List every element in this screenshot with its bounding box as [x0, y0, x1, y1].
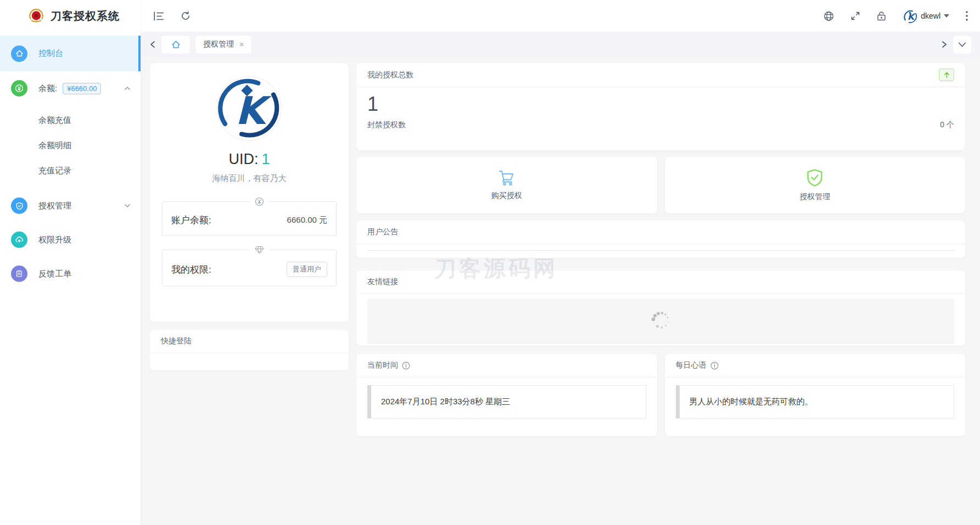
auth-manage-label: 授权管理 — [799, 192, 830, 202]
sidebar-item-balance-detail[interactable]: 余额明细 — [0, 133, 141, 158]
page-content: K UID:1 海纳百川，有容乃大 账户余额: 6660.00 元 — [141, 57, 980, 525]
sidebar-item-balance[interactable]: 余额: ¥6660.00 — [0, 71, 141, 105]
cloud-upload-icon — [11, 232, 27, 248]
submenu-label: 余额充值 — [38, 115, 71, 126]
announcement-card: 用户公告 — [356, 221, 965, 258]
links-title: 友情链接 — [367, 277, 398, 287]
stats-total-label: 我的授权总数 — [367, 70, 413, 80]
quote-card-title: 每日心语 — [676, 360, 707, 370]
current-time-value: 2024年7月10日 2时33分8秒 星期三 — [367, 385, 646, 419]
menu-fold-icon[interactable] — [154, 12, 164, 21]
fullscreen-icon[interactable] — [850, 11, 860, 21]
shield-check-icon — [806, 168, 824, 187]
stats-card: 我的授权总数 1 封禁授权数 0 个 — [356, 63, 965, 150]
app-emblem-icon — [29, 8, 44, 24]
tabs-scroll-left-icon[interactable] — [149, 41, 156, 48]
links-body — [356, 294, 965, 347]
sidebar-item-auth-manage[interactable]: 授权管理 — [0, 189, 141, 223]
refresh-icon[interactable] — [181, 11, 191, 21]
sidebar: 刀客授权系统 控制台 余额: ¥6660.00 余额充值 — [0, 0, 141, 525]
sidebar-item-label: 余额: — [38, 83, 57, 94]
stats-banned-value: 0 个 — [940, 120, 954, 130]
main-column: K dkewl — [141, 0, 980, 525]
chevron-up-icon — [124, 85, 131, 92]
right-column: 我的授权总数 1 封禁授权数 0 个 — [356, 63, 965, 525]
sidebar-item-label: 反馈工单 — [38, 269, 71, 279]
close-icon[interactable]: × — [239, 41, 244, 48]
action-cards: 购买授权 授权管理 — [356, 157, 965, 213]
permission-label: 我的权限: — [171, 263, 211, 276]
sidebar-item-dashboard[interactable]: 控制台 — [0, 36, 141, 71]
kebab-menu-icon[interactable] — [966, 11, 968, 21]
profile-motto: 海纳百川，有容乃大 — [150, 173, 349, 184]
avatar: K — [903, 9, 917, 24]
diamond-icon — [250, 246, 269, 254]
stats-total-value: 1 — [367, 92, 954, 117]
buy-auth-card[interactable]: 购买授权 — [356, 157, 657, 213]
info-icon[interactable] — [402, 362, 410, 370]
loading-area — [367, 298, 954, 344]
submenu-label: 充值记录 — [38, 166, 71, 176]
quote-card: 每日心语 男人从小的时候就是无药可救的。 — [665, 354, 966, 436]
yen-outline-icon — [250, 197, 269, 206]
bottom-cards: 当前时间 2024年7月10日 2时33分8秒 星期三 — [356, 354, 965, 436]
info-icon[interactable] — [710, 362, 719, 370]
username: dkewl — [921, 12, 940, 20]
lock-icon[interactable] — [877, 11, 886, 21]
quick-login-body — [150, 353, 349, 370]
tab-label: 授权管理 — [203, 39, 234, 49]
daily-quote-value: 男人从小的时候就是无药可救的。 — [676, 385, 955, 419]
uid-label: UID: — [228, 151, 258, 167]
buy-auth-label: 购买授权 — [491, 191, 522, 201]
permission-box: 我的权限: 普通用户 — [162, 246, 337, 286]
sidebar-item-upgrade[interactable]: 权限升级 — [0, 223, 141, 257]
home-icon — [11, 46, 27, 62]
sidebar-menu: 控制台 余额: ¥6660.00 余额充值 余额明细 充值记录 — [0, 32, 141, 291]
profile-card: K UID:1 海纳百川，有容乃大 账户余额: 6660.00 元 — [150, 63, 349, 322]
sidebar-item-recharge[interactable]: 余额充值 — [0, 108, 141, 133]
auth-manage-card[interactable]: 授权管理 — [665, 157, 966, 213]
chevron-down-icon — [124, 202, 131, 209]
stats-banned-label: 封禁授权数 — [367, 120, 406, 130]
uid-value: 1 — [261, 151, 270, 167]
tabs-scroll-right-icon[interactable] — [941, 41, 948, 48]
app-logo: 刀客授权系统 — [0, 0, 141, 32]
shield-check-icon — [11, 197, 27, 214]
app-root: 刀客授权系统 控制台 余额: ¥6660.00 余额充值 — [0, 0, 980, 525]
announcement-body — [356, 250, 965, 251]
time-card: 当前时间 2024年7月10日 2时33分8秒 星期三 — [356, 354, 657, 436]
cart-icon — [498, 170, 516, 186]
app-title: 刀客授权系统 — [51, 9, 120, 24]
uid-line: UID:1 — [150, 151, 349, 168]
spinner — [649, 309, 673, 334]
balance-value: 6660.00 元 — [287, 215, 327, 225]
globe-icon[interactable] — [824, 11, 834, 21]
caret-down-icon — [944, 14, 949, 18]
permission-badge: 普通用户 — [287, 262, 327, 277]
sidebar-item-label: 授权管理 — [38, 201, 71, 211]
links-card: 友情链接 — [356, 270, 965, 346]
tabbar: 授权管理 × — [141, 32, 980, 57]
balance-box: 账户余额: 6660.00 元 — [162, 197, 337, 236]
sidebar-item-recharge-record[interactable]: 充值记录 — [0, 158, 141, 183]
sidebar-item-label: 控制台 — [38, 48, 63, 59]
profile-avatar: K — [217, 76, 282, 141]
quick-login-title: 快捷登陆 — [161, 336, 192, 346]
balance-badge: ¥6660.00 — [63, 83, 101, 94]
tab-home[interactable] — [161, 36, 190, 54]
clipboard-icon — [11, 266, 27, 282]
topbar: K dkewl — [141, 0, 980, 32]
sidebar-item-feedback[interactable]: 反馈工单 — [0, 257, 141, 291]
tabs-dropdown-button[interactable] — [953, 36, 971, 54]
quick-login-card: 快捷登陆 — [150, 330, 349, 370]
arrow-up-button[interactable] — [939, 69, 954, 81]
sidebar-item-label: 权限升级 — [38, 235, 71, 245]
balance-submenu: 余额充值 余额明细 充值记录 — [0, 105, 141, 189]
announcement-title: 用户公告 — [367, 227, 398, 237]
time-card-title: 当前时间 — [367, 360, 398, 370]
home-icon — [171, 40, 181, 49]
user-menu[interactable]: K dkewl — [903, 9, 949, 24]
submenu-label: 余额明细 — [38, 140, 71, 151]
balance-label: 账户余额: — [171, 214, 211, 227]
tab-auth-manage[interactable]: 授权管理 × — [195, 36, 251, 54]
